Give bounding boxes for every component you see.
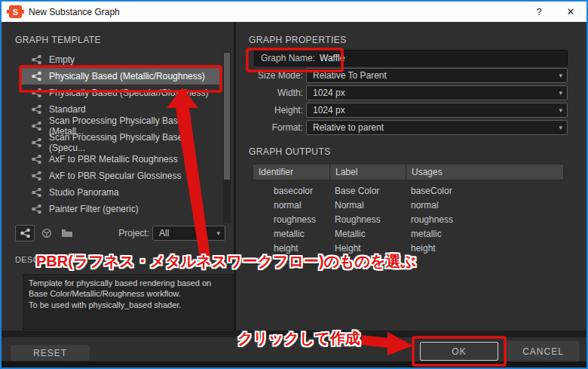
graph-node-icon bbox=[32, 105, 41, 114]
chevron-down-icon: ▾ bbox=[559, 124, 562, 131]
cancel-button[interactable]: CANCEL bbox=[507, 341, 580, 361]
template-item-label: Empty bbox=[49, 54, 75, 65]
column-usages: Usages bbox=[406, 165, 563, 180]
cell-identifier: metallic bbox=[253, 229, 329, 239]
template-item-pbr-metallic-roughness[interactable]: Physically Based (Metallic/Roughness) bbox=[20, 68, 222, 85]
graph-name-label: Graph Name: bbox=[261, 53, 315, 63]
graph-properties-header: GRAPH PROPERTIES bbox=[249, 35, 347, 45]
substance-app-icon: S bbox=[9, 5, 22, 18]
folder-icon bbox=[61, 229, 73, 238]
cell-label: Base Color bbox=[329, 186, 406, 196]
height-label: Height: bbox=[211, 105, 303, 115]
chevron-down-icon: ▾ bbox=[559, 72, 562, 79]
panel-divider bbox=[234, 22, 236, 337]
template-item-pbr-specular-glossiness[interactable]: Physically Based (Specular/Glossiness) bbox=[20, 85, 222, 101]
width-label: Width: bbox=[211, 88, 303, 98]
template-item-label: Physically Based (Metallic/Roughness) bbox=[49, 71, 205, 81]
cell-identifier: basecolor bbox=[253, 186, 329, 196]
format-label: Format: bbox=[211, 122, 303, 133]
project-dropdown-value: All bbox=[159, 228, 169, 238]
width-dropdown[interactable]: 1024 px ▾ bbox=[306, 85, 568, 100]
new-substance-graph-dialog: S New Substance Graph ? ✕ GRAPH TEMPLATE… bbox=[0, 0, 588, 369]
table-row[interactable]: basecolorBase ColorbaseColor bbox=[253, 183, 564, 198]
chevron-down-icon: ▾ bbox=[216, 229, 220, 237]
template-item-scan-specular[interactable]: Scan Processing Physically Based (Specu.… bbox=[20, 134, 222, 151]
package-sphere-icon bbox=[41, 228, 52, 238]
close-button[interactable]: ✕ bbox=[555, 6, 586, 17]
outputs-table: Identifier Label Usages basecolorBase Co… bbox=[253, 164, 564, 255]
column-identifier: Identifier bbox=[253, 165, 330, 180]
graph-node-icon bbox=[32, 55, 41, 64]
height-value: 1024 px bbox=[313, 105, 345, 115]
outputs-table-body: basecolorBase ColorbaseColor normalNorma… bbox=[253, 180, 564, 255]
graph-node-icon bbox=[20, 229, 30, 238]
graph-node-icon bbox=[32, 138, 41, 147]
graph-node-icon bbox=[32, 72, 41, 81]
size-mode-label: Size Mode: bbox=[211, 70, 303, 81]
title-bar: S New Substance Graph ? ✕ bbox=[2, 2, 586, 22]
chevron-down-icon: ▾ bbox=[559, 106, 562, 114]
template-item-label: AxF to PBR Metallic Roughness bbox=[49, 154, 178, 165]
description-line: Base Color/Metallic/Roughness workflow. bbox=[29, 288, 228, 299]
template-item-label: Standard bbox=[49, 104, 86, 115]
graph-node-icon bbox=[32, 188, 41, 197]
width-value: 1024 px bbox=[313, 88, 345, 98]
template-item-axf-specular[interactable]: AxF to PBR Specular Glossiness bbox=[20, 168, 222, 184]
cell-identifier: normal bbox=[253, 200, 329, 211]
graph-node-icon bbox=[32, 155, 41, 164]
template-item-label: AxF to PBR Specular Glossiness bbox=[49, 171, 181, 181]
table-row[interactable]: roughnessRoughnessroughness bbox=[253, 212, 564, 226]
cell-usages: roughness bbox=[406, 214, 564, 225]
graph-node-icon bbox=[32, 171, 41, 180]
outputs-table-header: Identifier Label Usages bbox=[253, 164, 564, 180]
format-dropdown[interactable]: Relative to parent ▾ bbox=[306, 120, 568, 135]
template-item-empty[interactable]: Empty bbox=[20, 51, 222, 68]
description-line: To be used with physically_based shader. bbox=[29, 300, 228, 310]
template-list: Empty Physically Based (Metallic/Roughne… bbox=[20, 51, 222, 217]
format-value: Relative to parent bbox=[313, 122, 384, 133]
cell-label: Roughness bbox=[329, 214, 406, 225]
template-item-label: Scan Processing Physically Based (Specu.… bbox=[49, 132, 222, 153]
cell-label: Normal bbox=[329, 200, 406, 211]
cell-usages: height bbox=[406, 243, 564, 254]
project-dropdown[interactable]: All ▾ bbox=[152, 226, 225, 241]
annotation-select-note: PBR(ラフネス・メタルネスワークフロー)のものを選ぶ bbox=[36, 251, 416, 272]
graph-name-value: Waffle bbox=[320, 53, 345, 63]
table-row[interactable]: normalNormalnormal bbox=[253, 198, 564, 212]
cell-usages: normal bbox=[406, 200, 564, 211]
cell-label: Metallic bbox=[329, 229, 406, 239]
graph-node-icon bbox=[32, 88, 41, 97]
cell-identifier: roughness bbox=[253, 214, 329, 225]
template-item-label: Painter Filter (generic) bbox=[49, 204, 139, 214]
filter-folders-button[interactable] bbox=[57, 225, 77, 241]
height-dropdown[interactable]: 1024 px ▾ bbox=[306, 103, 568, 118]
annotation-click-note: クリックして作成 bbox=[237, 328, 360, 349]
project-label: Project: bbox=[107, 228, 149, 238]
template-item-label: Physically Based (Specular/Glossiness) bbox=[49, 88, 208, 98]
size-mode-value: Relative To Parent bbox=[313, 70, 387, 81]
column-label: Label bbox=[330, 165, 406, 180]
table-row[interactable]: metallicMetallicmetallic bbox=[253, 226, 564, 241]
graph-template-header: GRAPH TEMPLATE bbox=[15, 35, 101, 45]
template-item-studio-panorama[interactable]: Studio Panorama bbox=[20, 184, 222, 201]
size-mode-dropdown[interactable]: Relative To Parent ▾ bbox=[306, 68, 568, 83]
template-item-axf-metallic[interactable]: AxF to PBR Metallic Roughness bbox=[20, 151, 222, 168]
graph-name-field[interactable]: Graph Name: Waffle bbox=[254, 50, 568, 66]
template-item-label: Studio Panorama bbox=[49, 187, 119, 198]
ok-button[interactable]: OK bbox=[420, 342, 498, 361]
description-line: Template for physically based rendering … bbox=[29, 278, 228, 288]
template-item-painter-filter[interactable]: Painter Filter (generic) bbox=[20, 201, 222, 217]
cell-usages: baseColor bbox=[406, 186, 564, 196]
filter-packages-button[interactable] bbox=[37, 225, 57, 241]
graph-node-icon bbox=[32, 121, 41, 131]
reset-button[interactable]: RESET bbox=[11, 345, 90, 361]
bottom-strip bbox=[2, 361, 586, 367]
window-title: New Substance Graph bbox=[29, 7, 523, 17]
cell-usages: metallic bbox=[406, 229, 564, 239]
description-box: Template for physically based rendering … bbox=[23, 274, 234, 330]
chevron-down-icon: ▾ bbox=[559, 89, 562, 97]
graph-node-icon bbox=[32, 204, 41, 214]
help-button[interactable]: ? bbox=[523, 6, 555, 17]
graph-outputs-header: GRAPH OUTPUTS bbox=[249, 146, 331, 157]
filter-graphs-button[interactable] bbox=[15, 225, 35, 241]
